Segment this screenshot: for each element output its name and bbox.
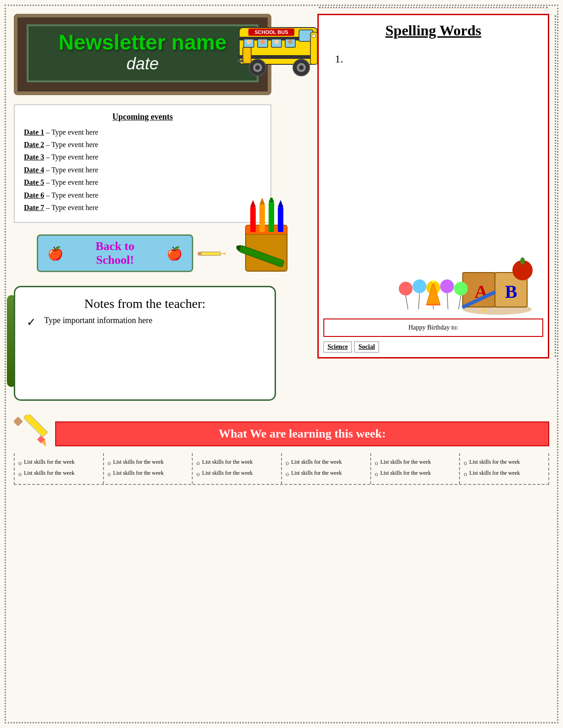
social-skill-1[interactable]: o List skills for the week (464, 459, 545, 467)
birthday-text: Happy Birthday to: (408, 324, 458, 331)
science-skill-1[interactable]: o List skills for the week (375, 459, 456, 467)
event-item-4: Date 4 – Type event here (24, 165, 261, 175)
notes-text-area: ✓ Type important information here (27, 316, 263, 329)
learning-header: What We are learning this week: (55, 421, 549, 446)
header-area: Newsletter name date (14, 14, 299, 95)
event-label-1[interactable]: Date 1 (24, 128, 44, 136)
svg-point-36 (399, 282, 413, 296)
spelling-skill-1[interactable]: o List skills for the week (286, 459, 367, 467)
newsletter-title[interactable]: Newsletter name (38, 31, 247, 54)
newsletter-date[interactable]: date (38, 54, 247, 74)
bullet-icon: o (196, 470, 200, 478)
social-skill-1-text[interactable]: List skills for the week (469, 459, 520, 466)
spelling-skill-2-text[interactable]: List skills for the week (291, 470, 342, 477)
math-skill-2-text[interactable]: List skills for the week (24, 470, 75, 477)
back-to-school-banner: 🍎 Back toSchool! 🍎 (37, 234, 193, 272)
svg-point-19 (247, 40, 251, 44)
bullet-icon: o (18, 470, 22, 478)
apple-right-icon: 🍎 (167, 246, 183, 261)
reading-skill-1[interactable]: o List skills for the week (108, 459, 189, 467)
event-label-7[interactable]: Date 7 (24, 204, 44, 211)
spelling-skill-1-text[interactable]: List skills for the week (291, 459, 342, 466)
notes-content[interactable]: Type important information here (44, 316, 152, 325)
event-item-5: Date 5 – Type event here (24, 177, 261, 188)
svg-rect-62 (23, 415, 48, 437)
learning-header-row: What We are learning this week: (14, 415, 549, 453)
notes-container: Notes from the teacher: ✓ Type important… (14, 286, 299, 401)
bullet-icon: o (464, 459, 467, 467)
science-skill-2-text[interactable]: List skills for the week (380, 470, 431, 477)
writing-skill-2[interactable]: o List skills for the week (196, 470, 277, 478)
math-column: o List skills for the week o List skills… (15, 453, 104, 483)
bullet-icon: o (464, 470, 467, 478)
events-section: Upcoming events Date 1 – Type event here… (14, 104, 271, 223)
apple-left-icon: 🍎 (47, 246, 63, 261)
writing-skill-1[interactable]: o List skills for the week (196, 459, 277, 467)
notes-title: Notes from the teacher: (27, 296, 263, 311)
event-label-3[interactable]: Date 3 (24, 153, 44, 161)
svg-rect-54 (259, 205, 265, 232)
svg-point-22 (288, 40, 293, 44)
svg-point-48 (432, 280, 435, 283)
social-skill-2-text[interactable]: List skills for the week (469, 470, 520, 477)
svg-point-16 (299, 65, 304, 70)
bullet-icon: o (286, 470, 289, 478)
event-label-4[interactable]: Date 4 (24, 166, 44, 174)
svg-rect-10 (243, 47, 251, 63)
reading-skill-2[interactable]: o List skills for the week (108, 470, 189, 478)
event-text-1[interactable]: – Type event here (46, 128, 98, 136)
writing-skill-2-text[interactable]: List skills for the week (202, 470, 253, 477)
math-skill-2[interactable]: o List skills for the week (18, 470, 99, 478)
svg-rect-64 (14, 417, 23, 427)
school-bus-area: SCHOOL BUS (235, 7, 327, 82)
social-skill-2[interactable]: o List skills for the week (464, 470, 545, 478)
chalkboard: Newsletter name date (14, 14, 271, 95)
event-text-6[interactable]: – Type event here (46, 191, 98, 199)
svg-rect-24 (200, 252, 221, 256)
school-bus-icon: SCHOOL BUS (235, 7, 327, 80)
event-text-5[interactable]: – Type event here (46, 178, 98, 186)
event-label-6[interactable]: Date 6 (24, 191, 44, 199)
check-mark-icon: ✓ (27, 316, 36, 329)
svg-point-33 (520, 257, 525, 265)
event-text-2[interactable]: – Type event here (46, 141, 98, 148)
birthday-box[interactable]: Happy Birthday to: (323, 318, 543, 337)
learning-section: What We are learning this week: o List s… (14, 415, 549, 484)
svg-point-20 (260, 40, 265, 44)
subject-labels: Science Social (323, 341, 543, 353)
social-label: Social (354, 341, 379, 353)
svg-point-13 (255, 65, 260, 70)
math-skill-1[interactable]: o List skills for the week (18, 459, 99, 467)
svg-line-42 (419, 293, 419, 309)
event-label-2[interactable]: Date 2 (24, 141, 44, 148)
bullet-icon: o (18, 459, 22, 467)
svg-point-21 (274, 40, 279, 44)
science-skill-1-text[interactable]: List skills for the week (380, 459, 431, 466)
science-label: Science (323, 341, 352, 353)
birthday-area: Happy Birthday to: Science Social (319, 275, 548, 357)
bullet-icon: o (196, 459, 200, 467)
spelling-item-1[interactable]: 1. (326, 48, 541, 70)
svg-marker-25 (221, 253, 225, 255)
event-text-7[interactable]: – Type event here (46, 204, 98, 211)
reading-skill-1-text[interactable]: List skills for the week (113, 459, 164, 466)
event-item-2: Date 2 – Type event here (24, 140, 261, 150)
learning-title: What We are learning this week: (65, 427, 539, 441)
math-skill-1-text[interactable]: List skills for the week (24, 459, 75, 466)
svg-rect-52 (250, 207, 256, 232)
event-label-5[interactable]: Date 5 (24, 178, 44, 186)
crayons-decoration: Crayons (236, 198, 296, 282)
writing-column: o List skills for the week o List skills… (193, 453, 282, 483)
social-column: o List skills for the week o List skills… (460, 453, 548, 483)
science-skill-2[interactable]: o List skills for the week (375, 470, 456, 478)
bullet-icon: o (286, 459, 289, 467)
event-text-4[interactable]: – Type event here (46, 166, 98, 174)
event-text-3[interactable]: – Type event here (46, 153, 98, 161)
pencil-icon (198, 249, 225, 260)
spelling-column: o List skills for the week o List skills… (282, 453, 371, 483)
back-school-text: Back toSchool! (66, 239, 164, 267)
bullet-icon: o (375, 459, 378, 467)
spelling-skill-2[interactable]: o List skills for the week (286, 470, 367, 478)
writing-skill-1-text[interactable]: List skills for the week (202, 459, 253, 466)
reading-skill-2-text[interactable]: List skills for the week (113, 470, 164, 477)
